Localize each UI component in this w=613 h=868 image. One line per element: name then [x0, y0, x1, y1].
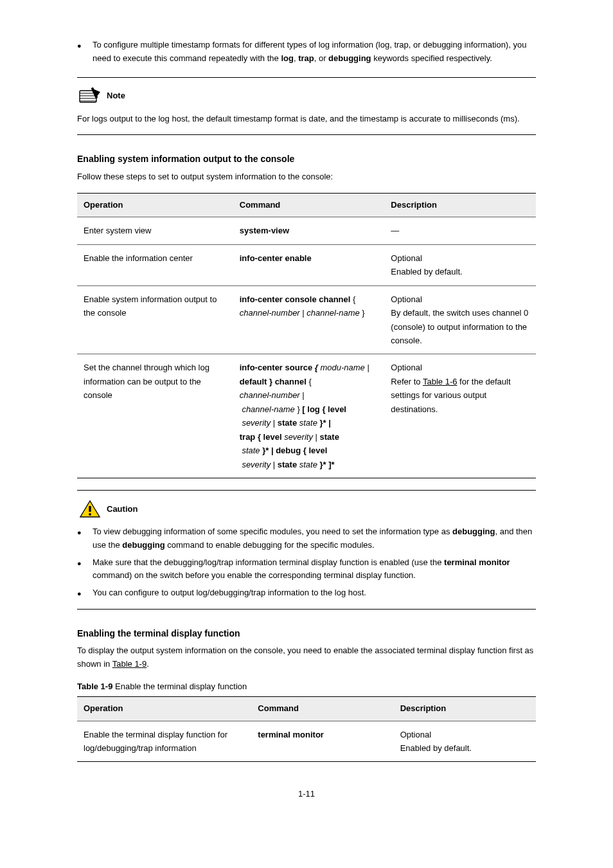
cell-desc: —: [384, 217, 536, 244]
table-row: Enable system information output to the …: [77, 285, 536, 354]
terminal-display-table: Operation Command Description Enable the…: [77, 696, 536, 763]
text: To view debugging information of some sp…: [93, 527, 452, 536]
keyword: terminal monitor: [444, 557, 510, 567]
keyword: debugging: [452, 527, 495, 536]
col-operation: Operation: [77, 696, 251, 721]
text: Optional: [391, 251, 529, 265]
table-row: Enable the information center info-cente…: [77, 244, 536, 285]
text: Enabled by default.: [391, 265, 529, 278]
link-table-1-6[interactable]: Table 1-6: [423, 377, 457, 386]
table-row: Set the channel through which log inform…: [77, 354, 536, 478]
svg-rect-1: [89, 506, 91, 512]
caution-bullet: ● You can configure to output log/debugg…: [77, 586, 536, 600]
svg-point-2: [89, 513, 91, 516]
text: Refer to: [391, 377, 423, 386]
text: Optional: [400, 728, 529, 741]
caution-label: Caution: [107, 503, 138, 516]
cmd-arg: channel-name: [306, 308, 359, 318]
cell-desc: Optional Refer to Table 1-6 for the defa…: [384, 354, 536, 478]
caution-header: Caution: [77, 500, 536, 519]
cell-op: Enter system view: [77, 217, 233, 244]
section-heading-console-output: Enabling system information output to th…: [77, 152, 536, 166]
cell-desc: Optional Enabled by default.: [384, 244, 536, 285]
caption-text: Enable the terminal display function: [115, 682, 247, 691]
section-heading-terminal-display: Enabling the terminal display function: [77, 626, 536, 640]
section1-para: Follow these steps to set to output syst…: [77, 170, 536, 184]
caution-bullet-text: You can configure to output log/debuggin…: [93, 586, 536, 600]
table-header-row: Operation Command Description: [77, 193, 536, 217]
cell-cmd: terminal monitor: [251, 721, 393, 762]
text: Enabled by default.: [400, 741, 529, 755]
keyword-log: log: [281, 53, 294, 63]
table-header-row: Operation Command Description: [77, 696, 536, 721]
divider: [77, 490, 536, 491]
cell-cmd: system-view: [233, 217, 385, 244]
table-1-9-caption: Table 1-9 Enable the terminal display fu…: [77, 680, 536, 694]
divider: [77, 134, 536, 135]
table-row: Enable the terminal display function for…: [77, 721, 536, 762]
divider: [77, 77, 536, 78]
text: Make sure that the debugging/log/trap in…: [93, 557, 444, 567]
cell-op: Set the channel through which log inform…: [77, 354, 233, 478]
text: You can configure to output log/debuggin…: [93, 588, 366, 597]
keyword-debugging: debugging: [328, 53, 371, 63]
caution-icon: [77, 500, 103, 519]
divider: [77, 609, 536, 610]
intro-bullet: ● To configure multiple timestamp format…: [77, 39, 536, 66]
note-body: For logs output to the log host, the def…: [77, 113, 536, 126]
caption-number: Table 1-9: [77, 682, 115, 691]
page-number: 1-11: [77, 788, 536, 801]
cmd-text: }: [360, 308, 365, 318]
cmd-text: |: [300, 308, 307, 318]
bullet-dot-icon: ●: [77, 41, 93, 68]
caution-bullet: ● To view debugging information of some …: [77, 525, 536, 552]
cell-desc: Optional Enabled by default.: [394, 721, 536, 762]
cell-desc: Optional By default, the switch uses cha…: [384, 285, 536, 354]
console-output-table: Operation Command Description Enter syst…: [77, 193, 536, 478]
caution-bullet-text: To view debugging information of some sp…: [93, 525, 536, 552]
cell-cmd: info-center source { modu-name | default…: [233, 354, 385, 478]
intro-bullet-text: To configure multiple timestamp formats …: [93, 39, 536, 66]
text: command to enable debugging for the spec…: [165, 540, 375, 550]
text: command) on the switch before you enable…: [93, 570, 416, 580]
caution-bullet: ● Make sure that the debugging/log/trap …: [77, 556, 536, 583]
cmd-text: info-center console channel: [240, 294, 353, 304]
cell-op: Enable system information output to the …: [77, 285, 233, 354]
text: .: [147, 659, 149, 669]
table-row: Enter system view system-view —: [77, 217, 536, 244]
bullet-dot-icon: ●: [77, 558, 93, 585]
bullet-dot-icon: ●: [77, 527, 93, 554]
cell-op: Enable the terminal display function for…: [77, 721, 251, 762]
text: Optional: [391, 293, 529, 306]
cell-cmd: info-center console channel { channel-nu…: [233, 285, 385, 354]
bullet-dot-icon: ●: [77, 588, 93, 602]
cell-cmd: info-center enable: [233, 244, 385, 285]
text: , or: [314, 53, 328, 63]
note-icon: [77, 87, 103, 106]
text: keywords specified respectively.: [371, 53, 492, 63]
keyword: debugging: [122, 540, 164, 550]
note-header: Note: [77, 87, 536, 106]
keyword-trap: trap: [298, 53, 314, 63]
note-label: Note: [107, 89, 125, 103]
section2-para: To display the output system information…: [77, 644, 536, 671]
cmd-arg: channel-number: [240, 308, 300, 318]
caution-bullet-text: Make sure that the debugging/log/trap in…: [93, 556, 536, 583]
col-command: Command: [233, 193, 385, 217]
col-description: Description: [394, 696, 536, 721]
col-description: Description: [384, 193, 536, 217]
text: By default, the switch uses channel 0 (c…: [391, 306, 529, 347]
col-operation: Operation: [77, 193, 233, 217]
cell-op: Enable the information center: [77, 244, 233, 285]
text: Optional: [391, 361, 529, 374]
link-table-1-9-inline[interactable]: Table 1-9: [112, 659, 147, 669]
col-command: Command: [251, 696, 393, 721]
